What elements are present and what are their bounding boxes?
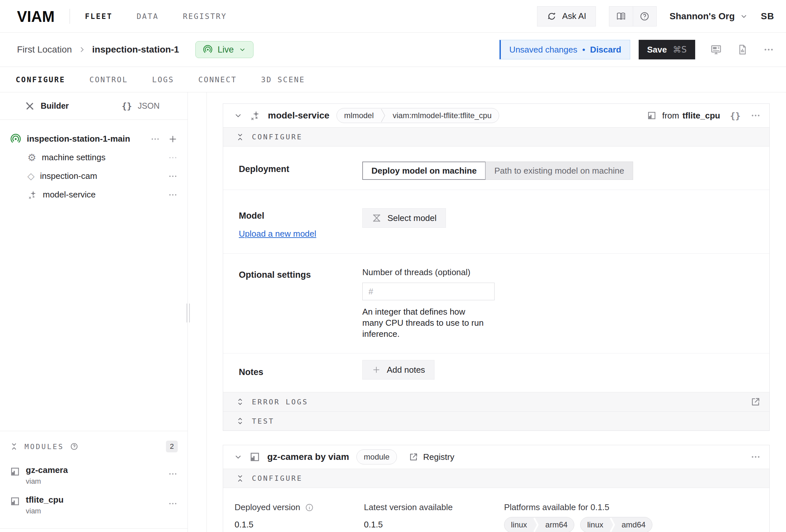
item-menu-button[interactable] [168, 153, 178, 163]
breadcrumb-location[interactable]: First Location [17, 44, 72, 55]
user-avatar[interactable]: SB [761, 11, 774, 22]
info-icon[interactable] [305, 503, 314, 512]
tree-item-label: model-service [43, 190, 96, 200]
tab-control[interactable]: CONTROL [90, 75, 128, 84]
expand-icon [236, 417, 244, 425]
ask-ai-button[interactable]: Ask AI [537, 6, 596, 26]
tree-item-machine-settings[interactable]: ⚙ machine settings [0, 148, 187, 167]
module-menu-button[interactable] [168, 469, 178, 479]
chevron-down-icon [740, 13, 748, 20]
external-link-icon [409, 452, 418, 462]
threads-input[interactable] [362, 283, 494, 300]
platform-chip: linux arm64 [504, 517, 574, 532]
item-menu-button[interactable] [168, 171, 178, 181]
threads-field-label: Number of threads (optional) [362, 267, 756, 277]
collapse-card-button[interactable] [234, 453, 242, 461]
module-org: viam [26, 507, 64, 515]
module-title: gz-camera by viam [267, 452, 349, 462]
viam-logo[interactable]: VIAM [17, 7, 54, 25]
history-document-button[interactable] [737, 44, 748, 55]
json-toggle[interactable]: {} JSON [94, 92, 187, 119]
module-list-item[interactable]: tflite_cpu viam [10, 495, 178, 515]
test-section-bar[interactable]: TEST [223, 411, 769, 431]
save-shortcut: ⌘S [673, 45, 687, 54]
configure-section-bar[interactable]: CONFIGURE [223, 469, 769, 488]
open-logs-button[interactable] [750, 396, 761, 407]
service-type-pill: mlmodel viam:mlmodel-tflite:tflite_cpu [337, 108, 499, 123]
collapse-card-button[interactable] [234, 111, 242, 120]
item-menu-button[interactable] [168, 190, 178, 200]
component-tree: inspection-station-1-main ⚙ machine sett… [0, 120, 187, 431]
top-nav: VIAM FLEET DATA REGISTRY Ask AI [0, 0, 786, 33]
ellipsis-icon [168, 469, 178, 479]
help-button[interactable] [633, 6, 656, 26]
add-component-button[interactable] [168, 134, 178, 144]
control-preview-button[interactable] [710, 44, 722, 55]
error-logs-section-bar[interactable]: ERROR LOGS [223, 392, 769, 411]
tree-item-inspection-cam[interactable]: ◇ inspection-cam [0, 167, 187, 185]
modules-header[interactable]: MODULES 2 [10, 437, 178, 456]
builder-toggle[interactable]: Builder [0, 92, 94, 119]
tab-logs[interactable]: LOGS [152, 75, 174, 84]
org-switcher[interactable]: Shannon's Org [670, 11, 748, 22]
path-existing-model-option[interactable]: Path to existing model on machine [485, 162, 633, 180]
module-menu-button[interactable] [168, 499, 178, 508]
help-circle-icon[interactable] [70, 442, 78, 451]
model-row: Model Upload a new model Select model [223, 190, 769, 253]
chevron-down-icon [234, 111, 242, 120]
nav-registry[interactable]: REGISTRY [183, 12, 227, 21]
model-label: Model [239, 211, 264, 221]
card-menu-button[interactable] [750, 452, 761, 462]
more-actions-button[interactable] [763, 44, 774, 55]
ellipsis-icon [750, 452, 761, 462]
tree-item-model-service[interactable]: model-service [0, 185, 187, 204]
latest-version-label: Latest version available [364, 502, 453, 512]
chevron-down-icon [234, 453, 242, 461]
unsaved-text: Unsaved changes [509, 45, 577, 55]
nav-fleet[interactable]: FLEET [85, 12, 112, 21]
module-org: viam [26, 477, 68, 486]
service-api-segment: mlmodel [337, 108, 381, 123]
part-menu-button[interactable] [150, 134, 160, 144]
select-model-button[interactable]: Select model [362, 208, 446, 228]
deployment-segmented-control: Deploy model on machine Path to existing… [362, 162, 756, 180]
tab-connect[interactable]: CONNECT [198, 75, 237, 84]
configure-section-bar[interactable]: CONFIGURE [223, 127, 769, 147]
gear-icon: ⚙ [27, 153, 36, 163]
machine-name: inspection-station-1 [92, 44, 179, 55]
optional-settings-label: Optional settings [239, 267, 362, 339]
help-icon [639, 11, 650, 22]
add-notes-button[interactable]: Add notes [362, 360, 435, 380]
from-module-name: tflite_cpu [683, 111, 720, 121]
machine-status-dropdown[interactable]: Live [195, 41, 254, 58]
ml-sparkle-icon [27, 190, 37, 200]
deploy-model-option[interactable]: Deploy model on machine [362, 162, 486, 180]
primary-nav: FLEET DATA REGISTRY [85, 12, 227, 21]
deployed-version-label: Deployed version [235, 502, 300, 512]
module-icon [647, 111, 656, 120]
module-list-item[interactable]: gz-camera viam [10, 465, 178, 486]
card-menu-button[interactable] [750, 110, 761, 121]
tab-configure[interactable]: CONFIGURE [16, 75, 65, 84]
save-button[interactable]: Save ⌘S [639, 40, 695, 59]
file-chart-icon [737, 44, 748, 55]
service-model-segment: viam:mlmodel-tflite:tflite_cpu [386, 108, 499, 123]
nav-data[interactable]: DATA [137, 12, 158, 21]
tree-item-label: inspection-cam [40, 171, 97, 181]
docs-button[interactable] [609, 6, 633, 26]
ask-ai-label: Ask AI [562, 11, 586, 21]
tree-item-machine-part[interactable]: inspection-station-1-main [0, 129, 187, 148]
tab-3d-scene[interactable]: 3D SCENE [261, 75, 305, 84]
registry-link[interactable]: Registry [409, 452, 454, 462]
upload-model-link[interactable]: Upload a new model [239, 229, 362, 239]
modules-count-badge: 2 [166, 441, 178, 452]
discard-button[interactable]: Discard [590, 45, 621, 55]
external-link-icon [750, 396, 761, 407]
chip-divider [610, 517, 615, 532]
braces-icon: {} [122, 101, 132, 111]
view-json-button[interactable]: {} [730, 111, 741, 121]
collapse-icon [10, 442, 18, 451]
error-logs-label: ERROR LOGS [252, 398, 308, 406]
sidebar-resize-handle[interactable] [187, 304, 190, 322]
model-hourglass-icon [372, 213, 382, 223]
